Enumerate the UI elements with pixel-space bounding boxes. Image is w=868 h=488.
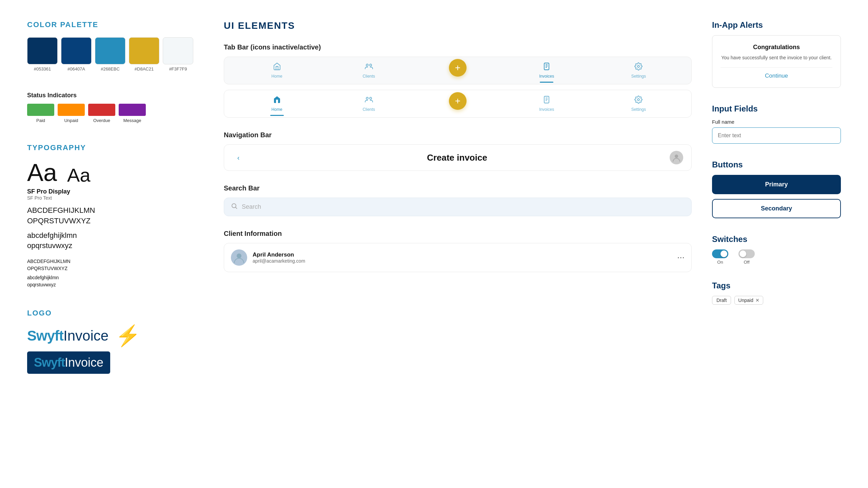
tag-unpaid[interactable]: Unpaid ✕ [734,296,763,305]
tab-settings-label-1: Settings [631,74,646,79]
logo-text-variant: SwyftInvoice ⚡ [27,326,203,346]
tab-plus-button-2[interactable]: + [449,92,467,110]
color-label-4: #D8AC21 [129,66,159,72]
color-swatch-2 [61,37,92,64]
tab-clients-label-1: Clients [362,74,375,79]
alert-heading: Congratulations [721,44,832,51]
status-label-paid: Paid [36,118,45,123]
color-swatch-4 [129,37,159,64]
alerts-title: In-App Alerts [712,20,841,30]
tab-home-2[interactable]: Home [265,96,289,112]
status-indicators-title: Status Indicators [27,92,203,99]
invoices-icon-1 [542,62,551,73]
swatch-268ebc: #268EBC [95,37,125,72]
middle-column: UI ELEMENTS Tab Bar (icons inactive/acti… [224,20,692,374]
status-badge-overdue [88,104,115,116]
tab-invoices-label-1: Invoices [539,74,554,79]
tab-settings-1[interactable]: Settings [627,62,650,79]
client-info-section: Client Information April Anderson april@… [224,230,692,272]
tab-settings-2[interactable]: Settings [627,96,650,112]
status-badge-unpaid [58,104,85,116]
input-label: Full name [712,119,841,125]
client-email: april@acamarketing.com [253,258,305,264]
search-bar-title: Search Bar [224,184,692,192]
status-badge-message [119,104,146,116]
svg-point-8 [366,97,368,99]
tag-draft[interactable]: Draft [712,296,731,305]
swatch-d8ac21: #D8AC21 [129,37,159,72]
color-label-5: #F3F7F9 [163,66,193,72]
nav-back-button[interactable]: ‹ [232,151,244,164]
typography-section: TYPOGRAPHY Aa Aa SF Pro Display SF Pro T… [27,143,203,288]
tab-clients-1[interactable]: Clients [357,62,381,79]
tag-remove-icon[interactable]: ✕ [755,298,760,303]
search-bar-card[interactable]: Search [224,198,692,216]
status-indicators-section: Status Indicators Paid Unpaid Overdue Me… [27,92,203,123]
color-palette-section: COLOR PALETTE #053361 #06407A #268EBC #D… [27,20,203,72]
switch-off[interactable] [738,249,755,258]
client-info-title: Client Information [224,230,692,238]
status-overdue: Overdue [88,104,115,123]
svg-line-16 [236,207,237,209]
left-column: COLOR PALETTE #053361 #06407A #268EBC #D… [27,20,203,374]
clients-icon-2 [365,96,373,106]
lightning-icon: ⚡ [115,326,141,346]
switch-on[interactable] [712,249,728,258]
status-badge-paid [27,104,54,116]
client-more-button[interactable]: ⋯ [677,253,685,262]
tab-bar-2: Home Clients + Invoices [231,96,685,112]
primary-button[interactable]: Primary [712,175,841,194]
type-display-row: Aa Aa [27,160,203,185]
buttons-title: Buttons [712,160,841,169]
tab-home-1[interactable]: Home [265,62,289,79]
tab-bar-title: Tab Bar (icons inactive/active) [224,43,692,51]
typography-title: TYPOGRAPHY [27,143,203,152]
tags-title: Tags [712,281,841,290]
type-small-lower: abcdefghijklmn opqrstuvwxyz [27,274,95,288]
home-icon-2 [273,96,281,106]
status-label-overdue: Overdue [93,118,110,123]
type-upper-1: ABCDEFGHIJKLMN OPQRSTUVWXYZ [27,205,95,226]
client-info: April Anderson april@acamarketing.com [253,251,305,264]
swatch-053361: #053361 [27,37,58,72]
switch-off-wrap: Off [738,249,755,265]
type-alphabets: ABCDEFGHIJKLMN OPQRSTUVWXYZ abcdefghijkl… [27,205,203,288]
secondary-button[interactable]: Secondary [712,199,841,218]
type-medium-aa: Aa [67,166,91,185]
switch-off-knob [739,250,746,257]
tab-settings-label-2: Settings [631,107,646,112]
tab-clients-2[interactable]: Clients [357,96,381,112]
type-font-name: SF Pro Display [27,188,203,195]
tag-unpaid-label: Unpaid [738,298,753,303]
client-avatar [231,249,247,266]
status-message: Message [119,104,146,123]
logo-box-variant: SwyftInvoice [27,351,110,374]
client-card: April Anderson april@acamarketing.com ⋯ [224,243,692,272]
svg-point-7 [370,97,372,99]
color-swatch-3 [95,37,125,64]
tab-plus-button-1[interactable]: + [449,59,467,77]
nav-avatar[interactable] [670,151,683,164]
search-placeholder-text: Search [242,203,261,210]
alert-card: Congratulations You have successfully se… [712,35,841,88]
search-icon [231,203,238,211]
status-paid: Paid [27,104,54,123]
type-large-aa: Aa [27,160,57,185]
tab-bar-section: Tab Bar (icons inactive/active) Home [224,43,692,118]
logo-invoice-text: Invoice [63,328,108,344]
type-small-upper: ABCDEFGHIJKLMN OPQRSTUVWXYZ [27,258,95,272]
tab-invoices-2[interactable]: Invoices [535,96,558,112]
alert-continue-button[interactable]: Continue [721,67,832,79]
client-left: April Anderson april@acamarketing.com [231,249,305,266]
input-fields-title: Input Fields [712,104,841,114]
switch-on-knob [721,250,727,257]
svg-point-1 [366,64,368,66]
full-name-input[interactable] [712,127,841,144]
tab-invoices-1[interactable]: Invoices [535,62,558,79]
type-lower-1: abcdefghijklmn opqrstuvwxyz [27,230,95,251]
svg-rect-9 [544,96,549,103]
type-alphabet-left: ABCDEFGHIJKLMN OPQRSTUVWXYZ abcdefghijkl… [27,205,95,288]
svg-point-15 [232,204,236,208]
logo-text-swyft-invoice: SwyftInvoice [27,328,108,344]
nav-bar-title-text: Create invoice [427,152,487,163]
